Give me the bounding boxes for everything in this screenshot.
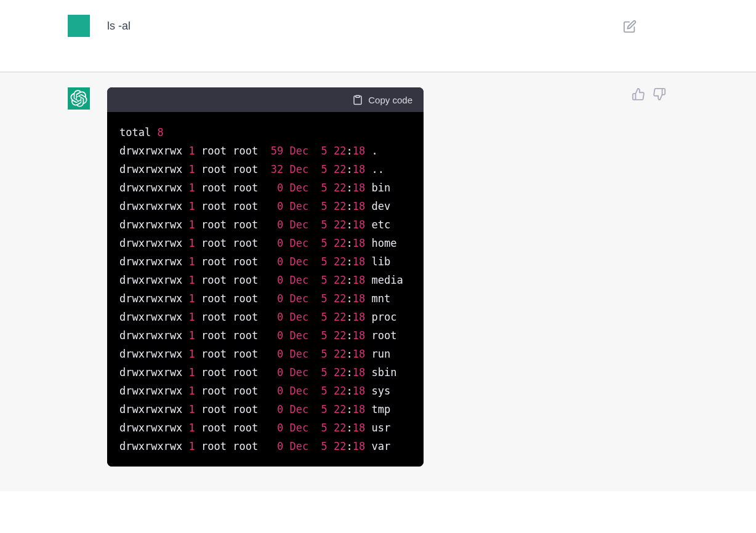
thumbs-down-button[interactable] bbox=[653, 87, 666, 103]
thumbs-up-icon bbox=[632, 87, 645, 101]
openai-logo-icon bbox=[70, 90, 87, 107]
assistant-message-row: Copy code total 8 drwxrwxrwx 1 root root… bbox=[0, 72, 756, 491]
code-block: Copy code total 8 drwxrwxrwx 1 root root… bbox=[107, 87, 424, 467]
edit-icon bbox=[623, 20, 637, 33]
assistant-avatar bbox=[68, 87, 90, 110]
user-message-row: ls -al bbox=[0, 0, 756, 72]
svg-rect-0 bbox=[356, 95, 360, 97]
copy-code-button[interactable]: Copy code bbox=[107, 87, 424, 112]
copy-code-label: Copy code bbox=[368, 95, 412, 105]
feedback-buttons bbox=[632, 87, 666, 103]
thumbs-up-button[interactable] bbox=[632, 87, 645, 103]
user-avatar bbox=[68, 15, 90, 37]
clipboard-icon bbox=[352, 94, 363, 106]
thumbs-down-icon bbox=[653, 87, 666, 101]
code-output: total 8 drwxrwxrwx 1 root root 59 Dec 5 … bbox=[107, 112, 424, 467]
user-prompt-text: ls -al bbox=[107, 15, 131, 37]
edit-button[interactable] bbox=[623, 20, 637, 36]
